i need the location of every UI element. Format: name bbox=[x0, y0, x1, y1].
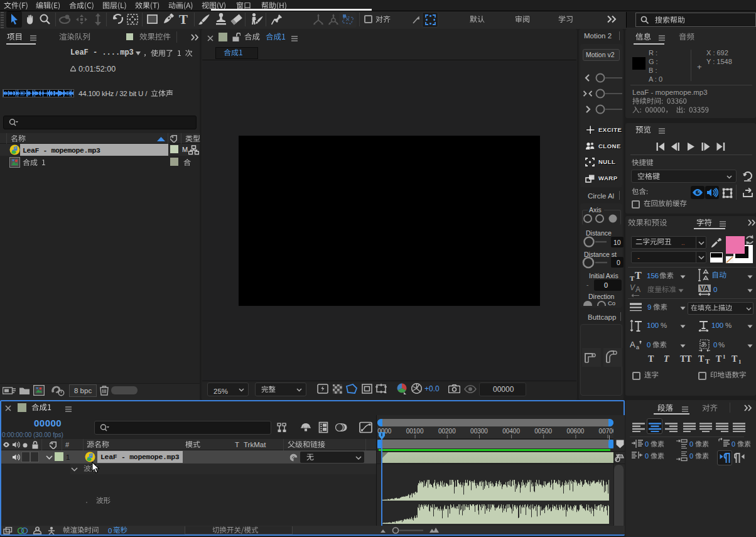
svg-text:00300: 00300 bbox=[470, 428, 488, 435]
svg-text:00400: 00400 bbox=[502, 428, 520, 435]
svg-text:A: A bbox=[630, 340, 635, 349]
svg-text:00700: 00700 bbox=[599, 428, 613, 435]
svg-text:VA: VA bbox=[700, 285, 710, 292]
svg-text:00500: 00500 bbox=[534, 428, 552, 435]
svg-text:00100: 00100 bbox=[406, 428, 424, 435]
svg-text:00600: 00600 bbox=[566, 428, 584, 435]
svg-text:00200: 00200 bbox=[438, 428, 456, 435]
svg-text:a: a bbox=[636, 344, 639, 350]
